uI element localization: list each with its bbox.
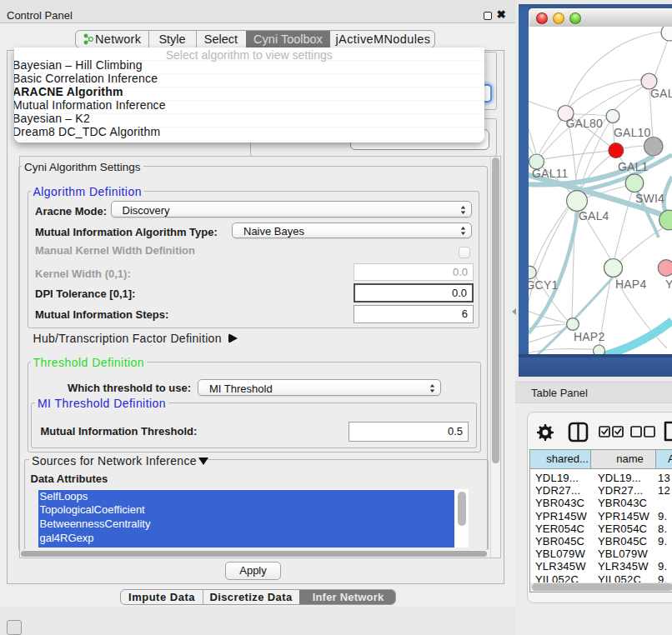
svg-text:GCY1: GCY1 [529, 278, 558, 292]
svg-text:Y: Y [665, 278, 672, 291]
svg-text:GAL4: GAL4 [579, 209, 609, 222]
svg-text:GAL10: GAL10 [614, 126, 651, 139]
svg-text:HAP4: HAP4 [615, 278, 646, 291]
svg-text:HAP2: HAP2 [574, 330, 604, 343]
svg-text:GAL80: GAL80 [566, 117, 604, 130]
svg-text:SWI4: SWI4 [635, 192, 664, 205]
svg-text:GAL11: GAL11 [532, 167, 569, 180]
svg-text:GAL1: GAL1 [618, 160, 649, 173]
svg-text:GAL7: GAL7 [650, 87, 672, 100]
